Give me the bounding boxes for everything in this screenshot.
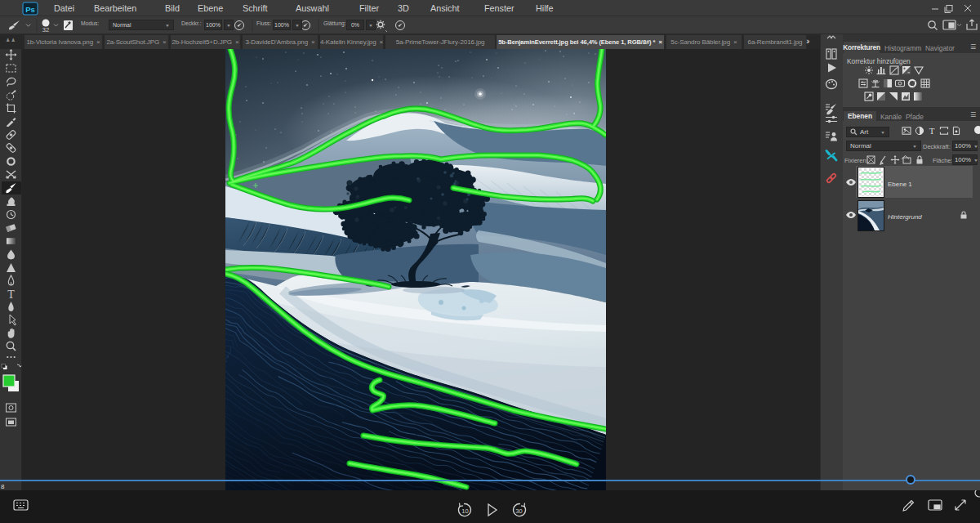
svg-text:32: 32 — [42, 26, 49, 34]
svg-text:T: T — [7, 288, 15, 301]
svg-text:T: T — [929, 126, 935, 136]
svg-text:30: 30 — [515, 507, 522, 515]
svg-text:Ps: Ps — [25, 5, 35, 14]
svg-text:10: 10 — [461, 507, 468, 515]
